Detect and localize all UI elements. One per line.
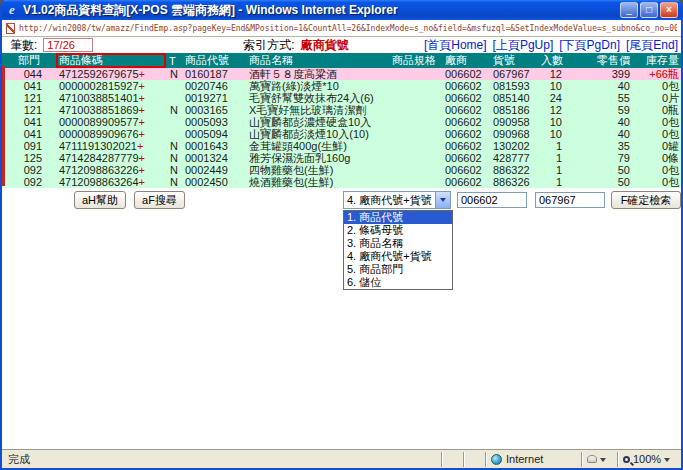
cell-name: 金茸罐頭400g(生鮮) bbox=[246, 140, 386, 152]
barcode-value: 0000002815927 bbox=[59, 80, 139, 92]
cell-dept: 041 bbox=[2, 116, 56, 128]
cell-dept: 121 bbox=[2, 104, 56, 116]
cell-barcode: 0000089909676+ bbox=[56, 128, 166, 140]
search-button[interactable]: aF搜尋 bbox=[134, 191, 185, 209]
security-zone-pane: Internet bbox=[485, 452, 581, 467]
table-row[interactable]: 091 4711191302021+ N 0001643 金茸罐頭400g(生鮮… bbox=[2, 140, 681, 152]
address-bar[interactable]: http://win2008/tw/amazz/FindEmp.asp?page… bbox=[2, 20, 681, 37]
cell-t-flag: N bbox=[166, 176, 182, 188]
cell-code: 0005094 bbox=[182, 128, 246, 140]
table-row[interactable]: 121 4710038851401+ 0019271 毛寶舒幫雙效抹布24入(6… bbox=[2, 92, 681, 104]
cell-code: 0002450 bbox=[182, 176, 246, 188]
cell-stock: 0片 bbox=[636, 92, 681, 104]
table-row[interactable]: 121 4710038851869+ N 0003165 X毛寶好無比玻璃清潔劑… bbox=[2, 104, 681, 116]
col-header-price[interactable]: 零售價 bbox=[578, 53, 636, 68]
barcode-plus-flag: + bbox=[139, 164, 145, 176]
cell-qty: 1 bbox=[538, 140, 578, 152]
cell-spec bbox=[386, 140, 442, 152]
vendor-code-input[interactable] bbox=[457, 192, 527, 208]
dropdown-option[interactable]: 3. 商品名稱 bbox=[344, 237, 452, 250]
help-button[interactable]: aH幫助 bbox=[74, 191, 126, 209]
table-row[interactable]: 044 4712592679675+ N 0160187 酒軒５８度高粱酒 00… bbox=[2, 68, 681, 80]
col-header-barcode[interactable]: 商品條碼 bbox=[56, 53, 166, 68]
col-header-spec[interactable]: 商品規格 bbox=[386, 53, 442, 68]
nav-link[interactable]: [上頁PgUp] bbox=[493, 38, 554, 52]
page-content: 筆數: 17/26 索引方式: 廠商貨號 [首頁Home][上頁PgUp][下頁… bbox=[2, 37, 681, 449]
status-text: 完成 bbox=[2, 452, 441, 467]
table-row[interactable]: 092 4712098863264+ N 0002450 燒酒雞藥包(生鮮) 0… bbox=[2, 176, 681, 188]
table-row[interactable]: 041 0000089909676+ 0005094 山寶麟都彭淡煙10入(10… bbox=[2, 128, 681, 140]
cell-vendor-no: 130202 bbox=[490, 140, 538, 152]
product-table: 部門 商品條碼 T 商品代號 商品名稱 商品規格 廠商 貨號 入數 零售價 庫存… bbox=[2, 53, 681, 188]
cell-price: 55 bbox=[578, 92, 636, 104]
dropdown-option[interactable]: 5. 商品部門 bbox=[344, 263, 452, 276]
col-header-name[interactable]: 商品名稱 bbox=[246, 53, 386, 68]
barcode-plus-flag: + bbox=[137, 140, 143, 152]
confirm-search-button[interactable]: F確定檢索 bbox=[611, 191, 681, 209]
cell-barcode: 4712098863226+ bbox=[56, 164, 166, 176]
barcode-plus-flag: + bbox=[139, 176, 145, 188]
cell-barcode: 4711191302021+ bbox=[56, 140, 166, 152]
table-row[interactable]: 041 0000089909577+ 0005093 山寶麟都彭濃煙硬盒10入 … bbox=[2, 116, 681, 128]
window-controls: _ □ × bbox=[620, 2, 678, 18]
col-header-code[interactable]: 商品代號 bbox=[182, 53, 246, 68]
dropdown-option[interactable]: 2. 條碼母號 bbox=[344, 224, 452, 237]
zoom-level: 100% bbox=[633, 453, 661, 465]
cell-t-flag bbox=[166, 80, 182, 92]
minimize-button[interactable]: _ bbox=[620, 2, 638, 18]
cell-dept: 121 bbox=[2, 92, 56, 104]
nav-link[interactable]: [下頁PgDn] bbox=[559, 38, 620, 52]
col-header-qty[interactable]: 入數 bbox=[538, 53, 578, 68]
cell-stock: 0包 bbox=[636, 164, 681, 176]
cell-spec bbox=[386, 116, 442, 128]
chevron-down-icon bbox=[435, 192, 450, 208]
cell-code: 0160187 bbox=[182, 68, 246, 80]
search-controls: aH幫助 aF搜尋 4. 廠商代號+貨號 F確定檢索 bbox=[2, 190, 681, 210]
cell-vendor: 006602 bbox=[442, 68, 490, 80]
cell-stock: 0罐 bbox=[636, 140, 681, 152]
cell-name: 萬寶路(綠)淡煙*10 bbox=[246, 80, 386, 92]
close-button[interactable]: × bbox=[660, 2, 678, 18]
dropdown-option[interactable]: 6. 儲位 bbox=[344, 276, 452, 289]
col-header-vendor-no[interactable]: 貨號 bbox=[490, 53, 538, 68]
barcode-value: 0000089909577 bbox=[59, 116, 139, 128]
barcode-value: 0000089909676 bbox=[59, 128, 139, 140]
zoom-control[interactable]: 100% bbox=[617, 452, 681, 467]
cell-dept: 125 bbox=[2, 152, 56, 164]
cell-code: 0001643 bbox=[182, 140, 246, 152]
col-header-t[interactable]: T bbox=[166, 53, 182, 68]
table-row[interactable]: 041 0000002815927+ 0020746 萬寶路(綠)淡煙*10 0… bbox=[2, 80, 681, 92]
dropdown-option[interactable]: 4. 廠商代號+貨號 bbox=[344, 250, 452, 263]
cell-price: 50 bbox=[578, 164, 636, 176]
internet-globe-icon bbox=[491, 454, 502, 465]
security-status-control[interactable] bbox=[581, 452, 617, 467]
cell-qty: 1 bbox=[538, 176, 578, 188]
pagination-links: [首頁Home][上頁PgUp][下頁PgDn][尾頁End] bbox=[418, 37, 681, 54]
table-header-row: 部門 商品條碼 T 商品代號 商品名稱 商品規格 廠商 貨號 入數 零售價 庫存… bbox=[2, 53, 681, 68]
vendor-no-input[interactable] bbox=[535, 192, 605, 208]
cell-dept: 092 bbox=[2, 164, 56, 176]
col-header-vendor[interactable]: 廠商 bbox=[442, 53, 490, 68]
nav-link[interactable]: [首頁Home] bbox=[424, 38, 487, 52]
cell-stock: 0包 bbox=[636, 116, 681, 128]
cell-vendor: 006602 bbox=[442, 176, 490, 188]
barcode-value: 4711191302021 bbox=[59, 140, 137, 152]
barcode-value: 4714284287779 bbox=[59, 152, 139, 164]
table-row[interactable]: 092 4712098863226+ N 0002449 四物雞藥包(生鮮) 0… bbox=[2, 164, 681, 176]
index-mode-select[interactable]: 4. 廠商代號+貨號 bbox=[343, 191, 451, 209]
browser-window: V1.02商品資料查詢[X-POS 雲端商務網] - Windows Inter… bbox=[0, 0, 683, 470]
table-row[interactable]: 125 4714284287779+ N 0001324 雅芳保濕洗面乳160g… bbox=[2, 152, 681, 164]
col-header-dept[interactable]: 部門 bbox=[2, 53, 56, 68]
cell-vendor: 006602 bbox=[442, 128, 490, 140]
status-pane-empty-2 bbox=[463, 452, 485, 467]
cell-dept: 044 bbox=[2, 68, 56, 80]
cell-qty: 10 bbox=[538, 80, 578, 92]
dropdown-option[interactable]: 1. 商品代號 bbox=[344, 211, 452, 224]
col-header-stock[interactable]: 庫存量 bbox=[636, 53, 681, 68]
maximize-button[interactable]: □ bbox=[640, 2, 658, 18]
cell-price: 59 bbox=[578, 104, 636, 116]
nav-link[interactable]: [尾頁End] bbox=[626, 38, 678, 52]
index-mode-label: 索引方式: bbox=[243, 37, 294, 54]
cell-spec bbox=[386, 92, 442, 104]
cell-price: 79 bbox=[578, 152, 636, 164]
